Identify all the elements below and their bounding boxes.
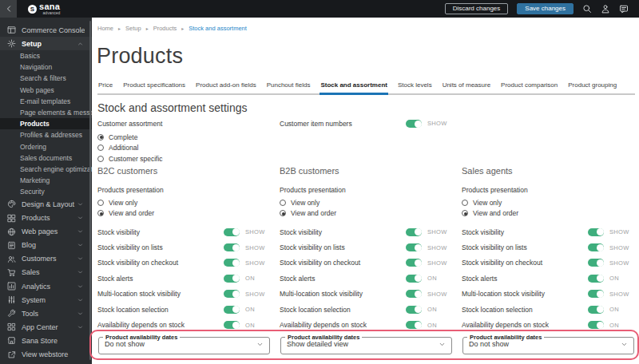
radio-option[interactable]: View only	[280, 197, 451, 208]
toggle-switch[interactable]	[406, 228, 422, 236]
radio-option[interactable]: View and order	[97, 208, 269, 220]
search-icon[interactable]	[582, 4, 592, 14]
toggle-switch[interactable]	[224, 306, 240, 314]
toggle-state-label: SHOW	[245, 259, 269, 267]
radio-option-label: View only	[473, 199, 502, 207]
tab-price[interactable]: Price	[97, 79, 113, 95]
setting-toggle-row: Stock visibilitySHOW	[462, 224, 633, 239]
sidebar-item-app-center[interactable]: App Center	[0, 320, 92, 334]
toggle-switch[interactable]	[406, 259, 422, 267]
product-availability-dates-select[interactable]: Product availability datesShow detailed …	[280, 334, 452, 354]
products-presentation-label: Products presentation	[97, 186, 269, 194]
tab-units-of-measure[interactable]: Units of measure	[442, 79, 491, 95]
sidebar-item-tools[interactable]: Tools	[0, 307, 92, 320]
toggle-switch[interactable]	[406, 306, 422, 314]
product-availability-dates-select[interactable]: Product availability datesDo not show	[98, 334, 270, 354]
sana-logo: S sana advanced	[28, 3, 60, 15]
toggle-state-label: SHOW	[245, 244, 269, 251]
sidebar-subitem-navigation[interactable]: Navigation	[0, 61, 92, 73]
toggle-switch[interactable]	[224, 275, 240, 283]
toggle-switch[interactable]	[588, 306, 604, 314]
toggle-switch[interactable]	[224, 228, 240, 236]
setting-toggle-row: Stock visibility on listsSHOW	[462, 239, 633, 255]
breadcrumb-item[interactable]: Products	[153, 25, 177, 32]
sidebar-item-system[interactable]: System	[0, 293, 92, 307]
user-account-icon[interactable]	[601, 4, 610, 14]
save-changes-button[interactable]: Save changes	[517, 3, 574, 14]
toggle-state-label: SHOW	[609, 291, 633, 298]
toggle-switch[interactable]	[224, 259, 240, 267]
sidebar-subitem-profiles-addresses[interactable]: Profiles & addresses	[0, 129, 92, 140]
sidebar-subitem-security[interactable]: Security	[0, 186, 92, 197]
sidebar-item-commerce-console[interactable]: Commerce Console	[0, 23, 92, 37]
radio-option[interactable]: Customer specific	[97, 153, 269, 164]
radio-option[interactable]: Additional	[97, 143, 269, 154]
tab-product-specifications[interactable]: Product specifications	[122, 79, 186, 95]
globe-icon	[7, 228, 16, 236]
setting-toggle-row: Stock alertsON	[462, 271, 633, 286]
tab-product-grouping[interactable]: Product grouping	[567, 79, 617, 95]
column-title: B2B customers	[280, 166, 451, 176]
tab-punchout-fields[interactable]: Punchout fields	[266, 79, 312, 95]
sidebar-collapse-button[interactable]	[0, 0, 17, 18]
feedback-icon[interactable]	[619, 4, 629, 14]
sidebar-item-sana-store[interactable]: Sana Store	[0, 334, 92, 347]
sidebar-item-setup[interactable]: Setup	[0, 37, 92, 50]
sidebar-item-analytics[interactable]: Analytics	[0, 279, 92, 293]
toggle-state-label: SHOW	[609, 244, 633, 251]
sidebar-subitem-search-filters[interactable]: Search & filters	[0, 73, 92, 84]
sidebar-item-customers[interactable]: Customers	[0, 252, 92, 266]
toggle-switch[interactable]	[588, 275, 604, 283]
customer-item-numbers-toggle[interactable]	[406, 120, 422, 128]
toggle-knob	[597, 228, 604, 235]
breadcrumb-item[interactable]: Setup	[125, 25, 141, 32]
tab-product-add-on-fields[interactable]: Product add-on fields	[195, 79, 257, 95]
sidebar-subitem-basics[interactable]: Basics	[0, 50, 92, 61]
sidebar-subitem-ordering[interactable]: Ordering	[0, 141, 92, 152]
sidebar-subitem-marketing[interactable]: Marketing	[0, 175, 92, 186]
discard-changes-button[interactable]: Discard changes	[445, 3, 509, 14]
product-availability-dates-select[interactable]: Product availability datesDo not show	[462, 334, 634, 354]
tab-product-comparison[interactable]: Product comparison	[500, 79, 558, 95]
toggle-switch[interactable]	[224, 321, 240, 329]
sidebar-subitem-search-engine-optimization[interactable]: Search engine optimization	[0, 164, 92, 175]
sidebar-item-view-webstore[interactable]: View webstore	[0, 347, 92, 361]
toggle-switch[interactable]	[224, 243, 240, 251]
chevron-down-icon	[76, 228, 85, 235]
sidebar-scrollbar[interactable]	[89, 21, 91, 360]
toggle-switch[interactable]	[588, 228, 604, 236]
toggle-switch[interactable]	[588, 321, 604, 329]
breadcrumb-item[interactable]: Stock and assortment	[189, 25, 247, 32]
toggle-switch[interactable]	[406, 290, 422, 298]
sidebar-subitem-page-elements-messages[interactable]: Page elements & messages	[0, 107, 92, 118]
breadcrumb-item[interactable]: Home	[97, 25, 113, 32]
sidebar-item-web-pages[interactable]: Web pages	[0, 225, 92, 239]
setting-toggle-row: Stock visibility on checkoutSHOW	[280, 255, 451, 271]
setting-label: Stock alerts	[280, 275, 406, 283]
sidebar-item-products[interactable]: Products	[0, 212, 92, 225]
sidebar-subitem-e-mail-templates[interactable]: E-mail templates	[0, 96, 92, 107]
sidebar-subitem-web-pages[interactable]: Web pages	[0, 85, 92, 96]
radio-option[interactable]: View and order	[462, 208, 633, 220]
radio-option[interactable]: Complete	[97, 132, 269, 143]
toggle-switch[interactable]	[224, 290, 240, 298]
select-current-value: Do not show	[463, 340, 633, 350]
toggle-switch[interactable]	[406, 275, 422, 283]
sidebar-item-design-layout[interactable]: Design & Layout	[0, 197, 92, 211]
sidebar-item-blog[interactable]: Blog	[0, 239, 92, 252]
toggle-switch[interactable]	[588, 290, 604, 298]
sidebar-subitem-products[interactable]: Products	[0, 118, 92, 129]
toggle-knob	[597, 306, 604, 313]
toggle-switch[interactable]	[588, 243, 604, 251]
toggle-switch[interactable]	[406, 321, 422, 329]
toggle-switch[interactable]	[406, 243, 422, 251]
radio-option[interactable]: View and order	[280, 208, 451, 220]
tab-stock-levels[interactable]: Stock levels	[397, 79, 433, 95]
sidebar-item-sales[interactable]: Sales	[0, 266, 92, 279]
radio-option[interactable]: View only	[462, 197, 633, 208]
radio-option-label: View and order	[473, 209, 518, 217]
toggle-switch[interactable]	[588, 259, 604, 267]
tab-stock-and-assortment[interactable]: Stock and assortment	[320, 79, 388, 95]
sidebar-subitem-sales-documents[interactable]: Sales documents	[0, 152, 92, 164]
radio-option[interactable]: View only	[97, 197, 269, 208]
